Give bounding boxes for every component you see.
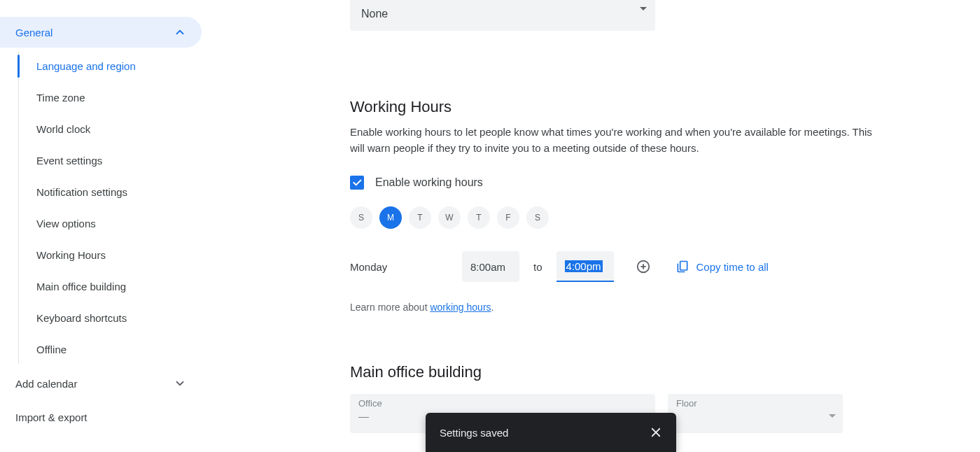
- copy-time-to-all-button[interactable]: Copy time to all: [670, 260, 774, 274]
- day-selector: S M T W T F S: [350, 206, 963, 229]
- time-row-day: Monday: [350, 261, 454, 273]
- day-thu[interactable]: T: [468, 206, 490, 229]
- sidebar-group-general[interactable]: General: [0, 17, 202, 48]
- sidebar-group-label: Import & export: [15, 411, 88, 423]
- enable-working-hours-row: Enable working hours: [350, 176, 963, 190]
- sidebar-item-keyboard-shortcuts[interactable]: Keyboard shortcuts: [0, 302, 210, 334]
- day-sat[interactable]: S: [526, 206, 549, 229]
- checkbox-label: Enable working hours: [375, 176, 483, 189]
- sidebar-item-main-office-building[interactable]: Main office building: [0, 271, 210, 302]
- sidebar-group-label: Add calendar: [15, 378, 77, 390]
- copy-icon: [676, 260, 690, 274]
- working-hours-help-link[interactable]: working hours: [430, 302, 491, 313]
- office-field-label: Office: [358, 398, 647, 409]
- add-time-button[interactable]: [631, 254, 656, 279]
- sidebar-item-event-settings[interactable]: Event settings: [0, 145, 210, 176]
- sidebar-item-view-options[interactable]: View options: [0, 208, 210, 239]
- sidebar-group-import-export[interactable]: Import & export: [0, 402, 202, 432]
- day-sun[interactable]: S: [350, 206, 372, 229]
- top-setting-dropdown[interactable]: None: [350, 0, 655, 31]
- floor-field-label: Floor: [676, 398, 834, 409]
- day-wed[interactable]: W: [438, 206, 461, 229]
- sidebar-item-working-hours[interactable]: Working Hours: [0, 239, 210, 271]
- snackbar-text: Settings saved: [440, 427, 508, 439]
- dropdown-arrow-icon: [640, 1, 647, 14]
- end-time-value: 4:00pm: [556, 251, 614, 282]
- day-fri[interactable]: F: [497, 206, 519, 229]
- sidebar-group-add-calendar[interactable]: Add calendar: [0, 368, 202, 399]
- sidebar-item-time-zone[interactable]: Time zone: [0, 82, 210, 113]
- chevron-down-icon: [174, 377, 186, 390]
- sidebar-group-label: General: [15, 27, 52, 38]
- plus-circle-icon: [636, 259, 651, 274]
- to-label: to: [528, 251, 548, 282]
- sidebar-item-notification-settings[interactable]: Notification settings: [0, 176, 210, 208]
- enable-working-hours-checkbox[interactable]: [350, 176, 364, 190]
- settings-sidebar: General Language and region Time zone Wo…: [0, 0, 210, 452]
- content-area: None Working Hours Enable working hours …: [210, 0, 980, 452]
- start-time-field[interactable]: 8:00am: [462, 251, 519, 282]
- end-time-field[interactable]: 4:00pm: [556, 251, 614, 282]
- dropdown-value: None: [361, 8, 388, 20]
- dropdown-arrow-icon: [829, 409, 836, 421]
- section-title-main-office: Main office building: [350, 363, 963, 381]
- chevron-up-icon: [174, 26, 186, 38]
- sidebar-sublist: Language and region Time zone World cloc…: [0, 50, 210, 365]
- sidebar-item-world-clock[interactable]: World clock: [0, 113, 210, 145]
- learn-more-text: Learn more about working hours.: [350, 302, 963, 313]
- snackbar-close-button[interactable]: [650, 426, 662, 439]
- copy-time-label: Copy time to all: [696, 261, 769, 273]
- sidebar-item-language-and-region[interactable]: Language and region: [0, 50, 210, 82]
- svg-rect-3: [680, 262, 687, 271]
- working-hours-time-row: Monday 8:00am to 4:00pm Copy time to all: [350, 251, 963, 282]
- settings-saved-snackbar: Settings saved: [426, 413, 676, 452]
- day-mon[interactable]: M: [379, 206, 402, 229]
- sidebar-item-offline[interactable]: Offline: [0, 334, 210, 365]
- section-title-working-hours: Working Hours: [350, 98, 963, 116]
- section-description: Enable working hours to let people know …: [350, 125, 882, 156]
- check-icon: [351, 177, 363, 188]
- day-tue[interactable]: T: [409, 206, 431, 229]
- floor-field[interactable]: Floor: [668, 394, 843, 433]
- close-icon: [650, 426, 662, 439]
- start-time-value: 8:00am: [462, 251, 519, 282]
